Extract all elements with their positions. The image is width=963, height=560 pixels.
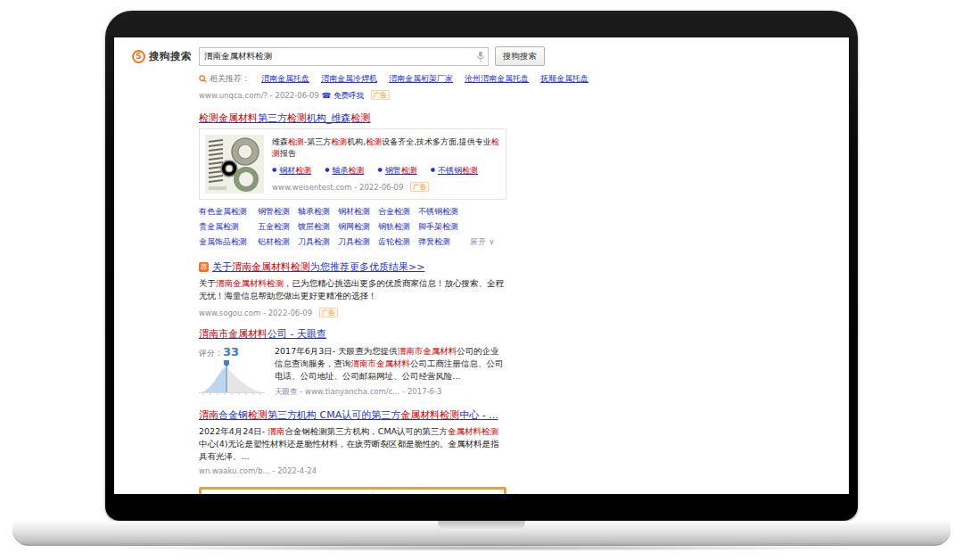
highlighted-keyword[interactable]: 检测: [199, 112, 218, 124]
bullet-sitelink[interactable]: ●钢材检测: [272, 165, 311, 177]
highlighted-keyword: 渭南金属材料检测: [216, 278, 284, 288]
related-link[interactable]: 渭南金属冷焊机: [321, 73, 377, 85]
sitelink[interactable]: 脚手架检测: [418, 221, 466, 233]
text-segment: 报告: [280, 149, 296, 158]
text-segment[interactable]: 为您推荐更多优质结果>>: [310, 261, 424, 273]
sitelink[interactable]: 铝材检测: [258, 236, 298, 248]
weisen-thumbnail-image[interactable]: [205, 135, 264, 194]
score-distribution-chart: [199, 359, 265, 397]
search-button[interactable]: 搜狗搜索: [495, 46, 545, 66]
text-segment[interactable]: 第三方: [258, 112, 287, 124]
highlighted-result-box: 渭南物理金属材料检测##性能测试_陕西贝斯特检测公司: [199, 487, 506, 494]
related-link[interactable]: 沧州渭南金属托盘: [465, 73, 529, 85]
highlighted-keyword[interactable]: 金属材料: [218, 112, 258, 124]
highlighted-keyword: 渭南市金属材料: [398, 346, 457, 356]
sitelink[interactable]: 钢轨检测: [378, 221, 418, 233]
highlighted-keyword[interactable]: 渭南: [199, 409, 218, 421]
text-segment[interactable]: 中心 - ...: [459, 409, 498, 421]
highlighted-keyword[interactable]: 检测: [295, 166, 311, 175]
bullet-sitelink[interactable]: ●钢管检测: [378, 165, 417, 177]
result-title-bestech[interactable]: 渭南物理金属材料检测##性能测试_陕西贝斯特检测公司: [208, 493, 455, 494]
sitelink[interactable]: 轴承检测: [298, 206, 338, 218]
result-title-tianyancha[interactable]: 渭南市金属材料公司 - 天眼查: [199, 328, 326, 341]
text-segment[interactable]: 物理: [227, 493, 247, 494]
sitelink[interactable]: 有色金属检测: [199, 206, 258, 218]
score-row: 评分：33: [199, 345, 267, 359]
text-segment[interactable]: 钢管: [385, 166, 401, 175]
ad-badge: 广告: [371, 90, 390, 100]
highlighted-keyword: 渭南: [268, 426, 284, 436]
highlighted-keyword[interactable]: 检测: [248, 409, 268, 421]
sitelink[interactable]: 贵金属检测: [199, 221, 258, 233]
expand-link[interactable]: 展开 ∨: [470, 236, 494, 248]
highlighted-keyword[interactable]: 检测: [462, 166, 478, 175]
sitelink[interactable]: 钢管检测: [258, 206, 298, 218]
highlighted-keyword[interactable]: 渭南: [208, 493, 227, 494]
ad-badge: 广告: [319, 308, 338, 317]
text-segment[interactable]: 公司 - 天眼查: [268, 328, 326, 340]
text-segment[interactable]: 不锈钢: [438, 166, 462, 175]
sitelink[interactable]: 钢网检测: [338, 221, 378, 233]
text-segment[interactable]: 第三方机构 CMA认可的第三方: [268, 409, 400, 421]
text-segment[interactable]: 关于: [212, 261, 232, 273]
highlighted-keyword[interactable]: 渭南金属材料检测: [232, 261, 310, 273]
laptop-base: [12, 521, 951, 546]
search-input[interactable]: [200, 52, 473, 62]
related-links: 渭南金属托盘渭南金属冷焊机渭南金属桁架厂家沧州渭南金属托盘抚顺金属托盘: [261, 73, 588, 85]
sogou-rec-result-head: 荐 关于渭南金属材料检测为您推荐更多优质结果>>: [199, 261, 506, 274]
sitelink[interactable]: 刀具检测: [338, 236, 378, 248]
sitelink[interactable]: 弹簧检测: [418, 236, 466, 248]
tianyancha-result-body: 评分：33: [199, 345, 506, 399]
result-description: 维森检测-第三方检测机构,检测设备齐全,技术多方面,提供专业检测报告: [272, 136, 500, 160]
related-link[interactable]: 渭南金属桁架厂家: [389, 73, 453, 85]
related-link[interactable]: 抚顺金属托盘: [540, 73, 588, 85]
weisen-result-body: 维森检测-第三方检测机构,检测设备齐全,技术多方面,提供专业检测报告 ●钢材检测…: [272, 135, 500, 194]
text-segment: 维森: [272, 137, 288, 146]
microphone-icon[interactable]: [473, 51, 488, 62]
result-title-weisen[interactable]: 检测金属材料第三方检测机构_维森检测: [199, 112, 371, 125]
highlighted-keyword[interactable]: 金属材料检测: [247, 493, 306, 494]
results-list: www.unqca.com/? - 2022-06-09 ☎ 免费呼我 广告 检…: [199, 90, 506, 494]
score-value: 33: [223, 345, 239, 358]
related-link[interactable]: 渭南金属托盘: [261, 73, 309, 85]
sitelink-grid: 有色金属检测钢管检测轴承检测钢材检测合金检测不锈钢检测贵金属检测五金检测镀层检测…: [199, 206, 466, 248]
sitelink[interactable]: 金属饰品检测: [199, 236, 258, 248]
highlighted-keyword[interactable]: 检测: [349, 166, 365, 175]
tianyancha-score-chart[interactable]: 评分：33: [199, 345, 267, 399]
result-source: wn.waaku.com/b... - 2022-4-24: [199, 466, 506, 475]
sitelink[interactable]: 五金检测: [258, 221, 298, 233]
search-box[interactable]: [199, 47, 489, 66]
weisen-bullets: ●钢材检测●轴承检测●钢管检测●不锈钢检测: [272, 165, 500, 177]
highlighted-keyword[interactable]: 检测: [351, 112, 371, 124]
sitelink[interactable]: 合金检测: [378, 206, 418, 218]
highlighted-keyword[interactable]: 渭南市金属材料: [199, 328, 268, 340]
result-title-sogou-rec[interactable]: 关于渭南金属材料检测为您推荐更多优质结果>>: [212, 261, 424, 274]
search-magnifier-icon: [199, 75, 207, 83]
sitelink[interactable]: 镀层检测: [298, 221, 338, 233]
text-segment[interactable]: 钢材: [279, 166, 295, 175]
text-segment[interactable]: ##性能测试_陕西贝斯特检测公司: [306, 493, 455, 494]
highlighted-keyword[interactable]: 检测: [287, 112, 307, 124]
tianyancha-text-col: 2017年6月3日- 天眼查为您提供渭南市金属材料公司的企业信息查询服务，查询渭…: [275, 345, 506, 399]
text-segment[interactable]: 轴承: [333, 166, 349, 175]
sitelink[interactable]: 齿轮检测: [378, 236, 418, 248]
bullet-sitelink[interactable]: ●不锈钢检测: [431, 165, 478, 177]
free-call-link[interactable]: ☎ 免费呼我: [322, 91, 366, 100]
related-suggestions: 相关推荐： 渭南金属托盘渭南金属冷焊机渭南金属桁架厂家沧州渭南金属托盘抚顺金属托…: [199, 73, 849, 85]
sitelink[interactable]: 刀具检测: [298, 236, 338, 248]
bullet-sitelink[interactable]: ●轴承检测: [325, 165, 364, 177]
sitelink[interactable]: 不锈钢检测: [418, 206, 466, 218]
sogou-logo[interactable]: S 搜狗搜索: [132, 50, 199, 63]
recommend-icon: 荐: [199, 262, 209, 272]
text-segment: 关于: [199, 278, 216, 288]
result-title-waaku[interactable]: 渭南合金钢检测第三方机构 CMA认可的第三方金属材料检测中心 - ...: [199, 409, 498, 422]
highlighted-keyword[interactable]: 检测: [401, 166, 417, 175]
ad-badge: 广告: [410, 182, 429, 192]
text-segment[interactable]: 合金钢: [218, 409, 248, 421]
sitelink[interactable]: 钢材检测: [338, 206, 378, 218]
text-segment[interactable]: 机构_维森: [307, 112, 351, 124]
highlighted-keyword[interactable]: 金属材料检测: [400, 409, 459, 421]
text-segment: 机构,: [347, 137, 366, 146]
related-label: 相关推荐：: [199, 73, 250, 85]
laptop-lid-notch: [438, 521, 525, 531]
